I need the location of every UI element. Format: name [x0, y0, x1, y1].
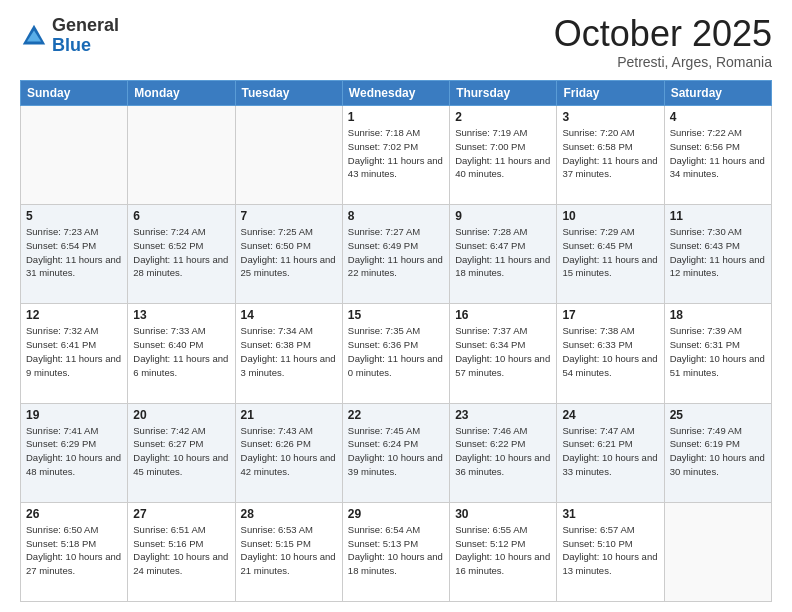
- calendar-week-row: 19Sunrise: 7:41 AM Sunset: 6:29 PM Dayli…: [21, 403, 772, 502]
- day-info: Sunrise: 7:23 AM Sunset: 6:54 PM Dayligh…: [26, 225, 122, 280]
- day-number: 24: [562, 408, 658, 422]
- day-number: 12: [26, 308, 122, 322]
- table-row: 25Sunrise: 7:49 AM Sunset: 6:19 PM Dayli…: [664, 403, 771, 502]
- day-info: Sunrise: 7:49 AM Sunset: 6:19 PM Dayligh…: [670, 424, 766, 479]
- day-info: Sunrise: 7:47 AM Sunset: 6:21 PM Dayligh…: [562, 424, 658, 479]
- day-info: Sunrise: 7:29 AM Sunset: 6:45 PM Dayligh…: [562, 225, 658, 280]
- day-number: 30: [455, 507, 551, 521]
- day-number: 11: [670, 209, 766, 223]
- day-number: 23: [455, 408, 551, 422]
- day-info: Sunrise: 6:53 AM Sunset: 5:15 PM Dayligh…: [241, 523, 337, 578]
- table-row: 8Sunrise: 7:27 AM Sunset: 6:49 PM Daylig…: [342, 205, 449, 304]
- day-number: 18: [670, 308, 766, 322]
- logo: General Blue: [20, 16, 119, 56]
- day-info: Sunrise: 7:35 AM Sunset: 6:36 PM Dayligh…: [348, 324, 444, 379]
- table-row: 7Sunrise: 7:25 AM Sunset: 6:50 PM Daylig…: [235, 205, 342, 304]
- day-number: 27: [133, 507, 229, 521]
- day-info: Sunrise: 7:38 AM Sunset: 6:33 PM Dayligh…: [562, 324, 658, 379]
- table-row: [21, 106, 128, 205]
- day-info: Sunrise: 6:50 AM Sunset: 5:18 PM Dayligh…: [26, 523, 122, 578]
- table-row: 23Sunrise: 7:46 AM Sunset: 6:22 PM Dayli…: [450, 403, 557, 502]
- table-row: 22Sunrise: 7:45 AM Sunset: 6:24 PM Dayli…: [342, 403, 449, 502]
- table-row: 4Sunrise: 7:22 AM Sunset: 6:56 PM Daylig…: [664, 106, 771, 205]
- day-number: 6: [133, 209, 229, 223]
- logo-icon: [20, 22, 48, 50]
- table-row: 12Sunrise: 7:32 AM Sunset: 6:41 PM Dayli…: [21, 304, 128, 403]
- calendar-week-row: 5Sunrise: 7:23 AM Sunset: 6:54 PM Daylig…: [21, 205, 772, 304]
- table-row: [664, 502, 771, 601]
- table-row: 16Sunrise: 7:37 AM Sunset: 6:34 PM Dayli…: [450, 304, 557, 403]
- table-row: 17Sunrise: 7:38 AM Sunset: 6:33 PM Dayli…: [557, 304, 664, 403]
- table-row: 3Sunrise: 7:20 AM Sunset: 6:58 PM Daylig…: [557, 106, 664, 205]
- day-number: 10: [562, 209, 658, 223]
- day-info: Sunrise: 7:22 AM Sunset: 6:56 PM Dayligh…: [670, 126, 766, 181]
- day-info: Sunrise: 7:20 AM Sunset: 6:58 PM Dayligh…: [562, 126, 658, 181]
- day-info: Sunrise: 7:37 AM Sunset: 6:34 PM Dayligh…: [455, 324, 551, 379]
- day-info: Sunrise: 7:25 AM Sunset: 6:50 PM Dayligh…: [241, 225, 337, 280]
- day-info: Sunrise: 7:39 AM Sunset: 6:31 PM Dayligh…: [670, 324, 766, 379]
- day-number: 28: [241, 507, 337, 521]
- day-info: Sunrise: 6:55 AM Sunset: 5:12 PM Dayligh…: [455, 523, 551, 578]
- day-info: Sunrise: 7:19 AM Sunset: 7:00 PM Dayligh…: [455, 126, 551, 181]
- table-row: 11Sunrise: 7:30 AM Sunset: 6:43 PM Dayli…: [664, 205, 771, 304]
- day-info: Sunrise: 6:51 AM Sunset: 5:16 PM Dayligh…: [133, 523, 229, 578]
- header-sunday: Sunday: [21, 81, 128, 106]
- day-number: 7: [241, 209, 337, 223]
- day-number: 22: [348, 408, 444, 422]
- table-row: 15Sunrise: 7:35 AM Sunset: 6:36 PM Dayli…: [342, 304, 449, 403]
- day-number: 26: [26, 507, 122, 521]
- day-number: 25: [670, 408, 766, 422]
- day-number: 29: [348, 507, 444, 521]
- day-number: 20: [133, 408, 229, 422]
- header: General Blue October 2025 Petresti, Arge…: [20, 16, 772, 70]
- table-row: 20Sunrise: 7:42 AM Sunset: 6:27 PM Dayli…: [128, 403, 235, 502]
- table-row: 10Sunrise: 7:29 AM Sunset: 6:45 PM Dayli…: [557, 205, 664, 304]
- logo-text: General Blue: [52, 16, 119, 56]
- table-row: 1Sunrise: 7:18 AM Sunset: 7:02 PM Daylig…: [342, 106, 449, 205]
- header-thursday: Thursday: [450, 81, 557, 106]
- calendar-table: Sunday Monday Tuesday Wednesday Thursday…: [20, 80, 772, 602]
- table-row: 5Sunrise: 7:23 AM Sunset: 6:54 PM Daylig…: [21, 205, 128, 304]
- header-tuesday: Tuesday: [235, 81, 342, 106]
- day-number: 21: [241, 408, 337, 422]
- table-row: 24Sunrise: 7:47 AM Sunset: 6:21 PM Dayli…: [557, 403, 664, 502]
- table-row: [235, 106, 342, 205]
- header-monday: Monday: [128, 81, 235, 106]
- month-title: October 2025: [554, 16, 772, 52]
- table-row: 27Sunrise: 6:51 AM Sunset: 5:16 PM Dayli…: [128, 502, 235, 601]
- calendar-week-row: 26Sunrise: 6:50 AM Sunset: 5:18 PM Dayli…: [21, 502, 772, 601]
- day-info: Sunrise: 7:43 AM Sunset: 6:26 PM Dayligh…: [241, 424, 337, 479]
- table-row: 9Sunrise: 7:28 AM Sunset: 6:47 PM Daylig…: [450, 205, 557, 304]
- table-row: 19Sunrise: 7:41 AM Sunset: 6:29 PM Dayli…: [21, 403, 128, 502]
- day-info: Sunrise: 7:24 AM Sunset: 6:52 PM Dayligh…: [133, 225, 229, 280]
- header-saturday: Saturday: [664, 81, 771, 106]
- day-number: 17: [562, 308, 658, 322]
- table-row: 21Sunrise: 7:43 AM Sunset: 6:26 PM Dayli…: [235, 403, 342, 502]
- day-number: 16: [455, 308, 551, 322]
- table-row: 6Sunrise: 7:24 AM Sunset: 6:52 PM Daylig…: [128, 205, 235, 304]
- day-info: Sunrise: 7:18 AM Sunset: 7:02 PM Dayligh…: [348, 126, 444, 181]
- day-info: Sunrise: 7:45 AM Sunset: 6:24 PM Dayligh…: [348, 424, 444, 479]
- day-info: Sunrise: 7:32 AM Sunset: 6:41 PM Dayligh…: [26, 324, 122, 379]
- day-info: Sunrise: 7:34 AM Sunset: 6:38 PM Dayligh…: [241, 324, 337, 379]
- day-info: Sunrise: 7:46 AM Sunset: 6:22 PM Dayligh…: [455, 424, 551, 479]
- page: General Blue October 2025 Petresti, Arge…: [0, 0, 792, 612]
- day-number: 5: [26, 209, 122, 223]
- table-row: 31Sunrise: 6:57 AM Sunset: 5:10 PM Dayli…: [557, 502, 664, 601]
- table-row: 14Sunrise: 7:34 AM Sunset: 6:38 PM Dayli…: [235, 304, 342, 403]
- day-info: Sunrise: 7:28 AM Sunset: 6:47 PM Dayligh…: [455, 225, 551, 280]
- table-row: 28Sunrise: 6:53 AM Sunset: 5:15 PM Dayli…: [235, 502, 342, 601]
- table-row: 30Sunrise: 6:55 AM Sunset: 5:12 PM Dayli…: [450, 502, 557, 601]
- table-row: 2Sunrise: 7:19 AM Sunset: 7:00 PM Daylig…: [450, 106, 557, 205]
- table-row: 29Sunrise: 6:54 AM Sunset: 5:13 PM Dayli…: [342, 502, 449, 601]
- day-number: 2: [455, 110, 551, 124]
- day-info: Sunrise: 7:41 AM Sunset: 6:29 PM Dayligh…: [26, 424, 122, 479]
- weekday-header-row: Sunday Monday Tuesday Wednesday Thursday…: [21, 81, 772, 106]
- day-number: 31: [562, 507, 658, 521]
- location: Petresti, Arges, Romania: [554, 54, 772, 70]
- day-number: 3: [562, 110, 658, 124]
- table-row: [128, 106, 235, 205]
- calendar-week-row: 1Sunrise: 7:18 AM Sunset: 7:02 PM Daylig…: [21, 106, 772, 205]
- day-number: 9: [455, 209, 551, 223]
- header-wednesday: Wednesday: [342, 81, 449, 106]
